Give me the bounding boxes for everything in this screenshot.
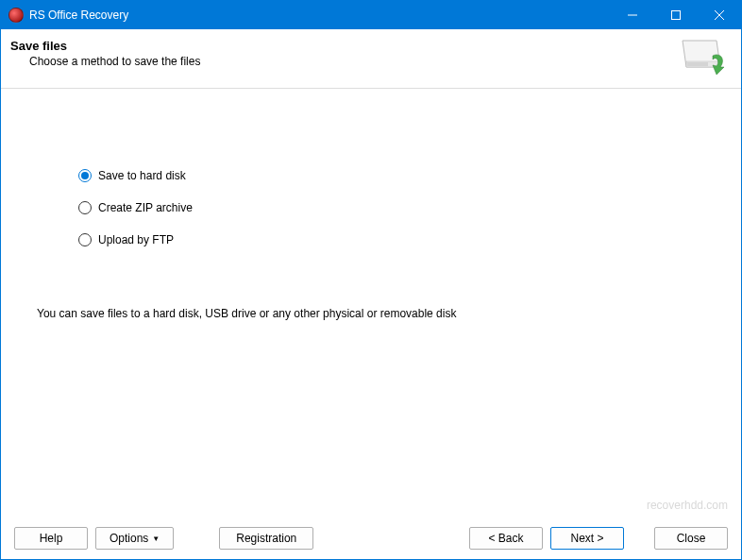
option-save-hard-disk[interactable]: Save to hard disk [78,169,741,182]
minimize-button[interactable] [611,1,654,29]
page-subtitle: Choose a method to save the files [29,55,200,68]
page-title: Save files [10,39,200,53]
minimize-icon [628,10,637,20]
radio-icon [78,201,92,214]
next-button[interactable]: Next > [550,527,624,550]
window-controls [611,1,741,29]
options-button[interactable]: Options▼ [95,527,174,550]
maximize-button[interactable] [654,1,698,29]
titlebar: RS Office Recovery [1,1,741,29]
back-button[interactable]: < Back [469,527,543,550]
wizard-header-text: Save files Choose a method to save the f… [10,39,200,68]
close-icon [715,10,724,20]
svg-rect-1 [672,11,681,20]
option-label: Save to hard disk [98,169,186,182]
option-label: Upload by FTP [98,233,174,246]
option-description: You can save files to a hard disk, USB d… [37,307,456,320]
save-method-options: Save to hard disk Create ZIP archive Upl… [78,169,741,246]
button-label: Options [110,532,148,545]
help-button[interactable]: Help [14,527,88,550]
option-label: Create ZIP archive [98,201,193,214]
maximize-icon [671,10,681,20]
button-label: Close [677,532,706,545]
close-button[interactable]: Close [654,527,728,550]
option-create-zip[interactable]: Create ZIP archive [78,201,741,214]
radio-icon [78,233,92,246]
wizard-content: Save to hard disk Create ZIP archive Upl… [1,89,741,518]
button-label: Help [40,532,63,545]
button-label: < Back [488,532,523,545]
app-icon [8,8,24,23]
button-label: Registration [236,532,296,545]
registration-button[interactable]: Registration [219,527,313,550]
close-window-button[interactable] [698,1,741,29]
radio-icon [78,169,92,182]
header-disk-icon [679,39,728,78]
dropdown-caret-icon: ▼ [152,535,160,543]
watermark-text: recoverhdd.com [647,499,728,512]
button-label: Next > [570,532,603,545]
wizard-header: Save files Choose a method to save the f… [1,29,741,89]
option-upload-ftp[interactable]: Upload by FTP [78,233,741,246]
window-title: RS Office Recovery [29,8,611,22]
wizard-footer: Help Options▼ Registration < Back Next >… [1,518,741,559]
